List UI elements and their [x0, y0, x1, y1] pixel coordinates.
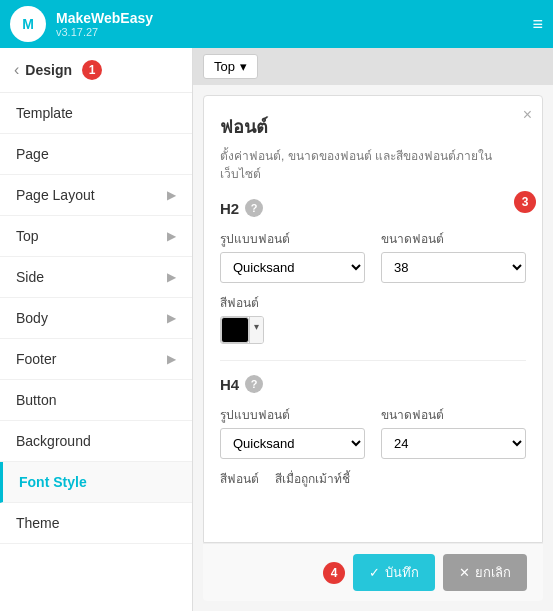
h4-font-color-col: สีฟอนต์ — [220, 469, 259, 492]
h4-font-color-label: สีฟอนต์ — [220, 469, 259, 488]
sidebar-item-top-label: Top — [16, 228, 39, 244]
h4-link-color-col: สีเมื่อถูกเม้าท์ชี้ — [275, 469, 350, 492]
h4-font-style-label: รูปแบบฟอนต์ — [220, 405, 365, 424]
h2-color-row: สีฟอนต์ ▾ — [220, 293, 526, 344]
chevron-right-icon: ▶ — [167, 352, 176, 366]
sidebar-item-theme[interactable]: Theme — [0, 503, 192, 544]
h4-label: H4 — [220, 376, 239, 393]
cancel-button[interactable]: ✕ ยกเลิก — [443, 554, 527, 591]
top-tab-dropdown[interactable]: Top ▾ — [203, 54, 258, 79]
sidebar-item-footer[interactable]: Footer ▶ — [0, 339, 192, 380]
h4-font-size-select[interactable]: 24 — [381, 428, 526, 459]
h2-font-size-label: ขนาดฟอนต์ — [381, 229, 526, 248]
sidebar-item-template-label: Template — [16, 105, 73, 121]
cancel-label: ยกเลิก — [475, 562, 511, 583]
sidebar-back-badge: 1 — [82, 60, 102, 80]
font-panel: × ฟอนต์ ตั้งค่าฟอนต์, ขนาดของฟอนต์ และสี… — [203, 95, 543, 543]
h2-font-size-col: ขนาดฟอนต์ 38 — [381, 229, 526, 283]
h4-section-header: H4 ? — [220, 375, 526, 393]
save-label: บันทึก — [385, 562, 419, 583]
sidebar-item-theme-label: Theme — [16, 515, 60, 531]
save-icon: ✓ — [369, 565, 380, 580]
layout: ‹ Design 1 Template Page Page Layout ▶ T… — [0, 48, 553, 611]
step-badge-3: 3 — [514, 191, 536, 213]
dropdown-arrow-icon: ▾ — [240, 59, 247, 74]
sidebar-item-background[interactable]: Background — [0, 421, 192, 462]
main-content: Top ▾ × ฟอนต์ ตั้งค่าฟอนต์, ขนาดของฟอนต์… — [193, 48, 553, 611]
section-divider — [220, 360, 526, 361]
h4-font-size-label: ขนาดฟอนต์ — [381, 405, 526, 424]
brand: MakeWebEasy v3.17.27 — [56, 10, 153, 38]
header: M MakeWebEasy v3.17.27 ≡ — [0, 0, 553, 48]
sidebar-item-page-layout-label: Page Layout — [16, 187, 95, 203]
h4-color-row: สีฟอนต์ สีเมื่อถูกเม้าท์ชี้ — [220, 469, 526, 492]
sidebar-item-font-style[interactable]: Font Style — [0, 462, 192, 503]
h2-font-family-select[interactable]: Quicksand — [220, 252, 365, 283]
sidebar: ‹ Design 1 Template Page Page Layout ▶ T… — [0, 48, 193, 611]
sidebar-item-template[interactable]: Template — [0, 93, 192, 134]
save-button[interactable]: ✓ บันทึก — [353, 554, 435, 591]
sidebar-item-side[interactable]: Side ▶ — [0, 257, 192, 298]
h4-help-icon[interactable]: ? — [245, 375, 263, 393]
h4-font-family-select[interactable]: Quicksand — [220, 428, 365, 459]
h2-color-dropdown-icon[interactable]: ▾ — [249, 317, 263, 343]
logo-text: M — [22, 16, 34, 32]
tab-bar: Top ▾ — [193, 48, 553, 85]
sidebar-item-background-label: Background — [16, 433, 91, 449]
h4-font-style-col: รูปแบบฟอนต์ Quicksand — [220, 405, 365, 459]
panel-title: ฟอนต์ — [220, 112, 526, 141]
sidebar-item-page-label: Page — [16, 146, 49, 162]
sidebar-item-font-style-label: Font Style — [19, 474, 87, 490]
h2-font-row: รูปแบบฟอนต์ Quicksand ขนาดฟอนต์ 38 — [220, 229, 526, 283]
chevron-right-icon: ▶ — [167, 188, 176, 202]
h4-font-size-col: ขนาดฟอนต์ 24 — [381, 405, 526, 459]
panel-description: ตั้งค่าฟอนต์, ขนาดของฟอนต์ และสีของฟอนต์… — [220, 147, 526, 183]
sidebar-back-label: Design — [25, 62, 72, 78]
chevron-right-icon: ▶ — [167, 270, 176, 284]
close-icon[interactable]: × — [523, 106, 532, 124]
h2-label: H2 — [220, 200, 239, 217]
brand-name: MakeWebEasy — [56, 10, 153, 26]
sidebar-item-top[interactable]: Top ▶ — [0, 216, 192, 257]
sidebar-item-body-label: Body — [16, 310, 48, 326]
h2-section-header: H2 ? 3 — [220, 199, 526, 217]
chevron-right-icon: ▶ — [167, 229, 176, 243]
h2-font-style-label: รูปแบบฟอนต์ — [220, 229, 365, 248]
h2-font-color-label: สีฟอนต์ — [220, 293, 526, 312]
h2-font-style-col: รูปแบบฟอนต์ Quicksand — [220, 229, 365, 283]
sidebar-item-side-label: Side — [16, 269, 44, 285]
sidebar-item-page-layout[interactable]: Page Layout ▶ — [0, 175, 192, 216]
h2-color-swatch[interactable] — [221, 317, 249, 343]
sidebar-item-page[interactable]: Page — [0, 134, 192, 175]
menu-icon[interactable]: ≡ — [532, 14, 543, 35]
sidebar-item-button[interactable]: Button — [0, 380, 192, 421]
top-tab-label: Top — [214, 59, 235, 74]
back-arrow-icon: ‹ — [14, 61, 19, 79]
sidebar-item-button-label: Button — [16, 392, 56, 408]
h2-font-size-select[interactable]: 38 — [381, 252, 526, 283]
sidebar-item-body[interactable]: Body ▶ — [0, 298, 192, 339]
panel-footer: 4 ✓ บันทึก ✕ ยกเลิก — [203, 543, 543, 601]
brand-version: v3.17.27 — [56, 26, 153, 38]
h4-font-row: รูปแบบฟอนต์ Quicksand ขนาดฟอนต์ 24 — [220, 405, 526, 459]
step-badge-4: 4 — [323, 562, 345, 584]
sidebar-back-button[interactable]: ‹ Design 1 — [0, 48, 192, 93]
h4-link-color-label: สีเมื่อถูกเม้าท์ชี้ — [275, 469, 350, 488]
chevron-right-icon: ▶ — [167, 311, 176, 325]
sidebar-item-footer-label: Footer — [16, 351, 56, 367]
h2-help-icon[interactable]: ? — [245, 199, 263, 217]
cancel-icon: ✕ — [459, 565, 470, 580]
logo: M — [10, 6, 46, 42]
